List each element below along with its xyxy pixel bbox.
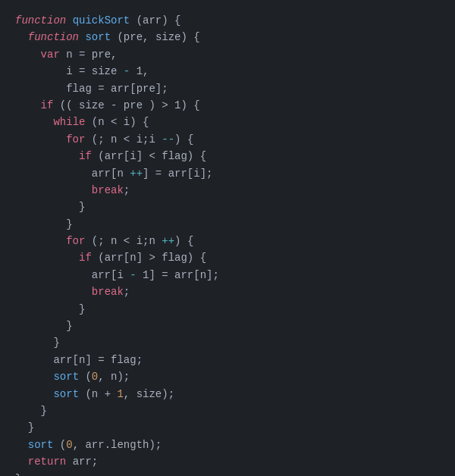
code-token — [15, 235, 66, 247]
code-line: } — [15, 216, 440, 233]
code-line: for (; n < i;i --) { — [15, 131, 440, 148]
code-token: ] = arr[i]; — [143, 168, 212, 180]
code-token: (n < i) { — [85, 116, 149, 128]
code-line: if (arr[i] < flag) { — [15, 148, 440, 164]
code-token: } — [15, 201, 85, 213]
code-line: var n = pre, — [15, 46, 440, 63]
code-token — [15, 184, 92, 196]
code-token: , n); — [98, 371, 130, 383]
code-token: ; — [124, 286, 130, 298]
code-token: sort — [53, 371, 79, 383]
code-line: arr[n] = flag; — [15, 352, 440, 368]
code-token: ) { — [162, 14, 180, 27]
code-token: (arr[i] < flag) { — [92, 150, 206, 162]
code-token: function — [15, 14, 66, 27]
code-token — [15, 371, 53, 383]
code-token: , size); — [124, 388, 174, 400]
code-token: flag = arr[pre]; — [15, 83, 168, 95]
code-line: break; — [15, 283, 440, 300]
code-token: } — [15, 320, 73, 332]
code-token: break — [92, 184, 124, 196]
code-token: 0 — [66, 439, 72, 451]
code-line: sort (0, arr.length); — [15, 437, 440, 453]
code-line: function quickSort (arr) { — [15, 12, 440, 29]
code-line: break; — [15, 182, 440, 199]
code-token — [15, 388, 53, 400]
code-token: sort — [28, 439, 54, 451]
code-line: while (n < i) { — [15, 114, 440, 130]
code-token: quickSort — [73, 14, 130, 27]
code-token: arr — [143, 14, 162, 27]
code-token: arr[i — [15, 269, 130, 281]
code-line: } — [15, 471, 440, 476]
code-token: } — [15, 405, 47, 417]
code-token: (; n < i;n — [85, 235, 162, 247]
code-token: var — [41, 49, 60, 61]
code-token: - — [130, 269, 136, 281]
code-token: if — [41, 99, 54, 111]
code-line: sort (n + 1, size); — [15, 386, 440, 402]
code-token: 0 — [92, 371, 98, 383]
code-token: (; n < i;i — [85, 133, 162, 146]
code-token: ; — [124, 184, 130, 196]
code-token: (arr[n] > flag) { — [92, 252, 206, 264]
code-token: arr[n — [15, 168, 130, 180]
code-token: arr; — [66, 456, 98, 468]
code-token: (( size - pre ) > 1) { — [53, 99, 199, 111]
code-line: for (; n < i;n ++) { — [15, 233, 440, 249]
code-token: } — [15, 303, 85, 315]
code-token: , arr.length); — [73, 439, 162, 451]
code-token: - — [124, 65, 130, 77]
code-token — [15, 49, 41, 61]
code-token: ) { — [174, 235, 193, 247]
code-line: return arr; — [15, 453, 440, 470]
code-token: function — [28, 31, 79, 43]
code-token: break — [92, 286, 124, 298]
code-line: arr[i - 1] = arr[n]; — [15, 267, 440, 283]
code-token: 1 — [117, 388, 123, 400]
code-token — [15, 116, 53, 128]
code-line: if (arr[n] > flag) { — [15, 249, 440, 266]
code-token: 1] = arr[n]; — [136, 269, 219, 281]
code-token: if — [79, 150, 92, 162]
code-line: i = size - 1, — [15, 63, 440, 80]
code-line: if (( size - pre ) > 1) { — [15, 97, 440, 114]
code-token: -- — [162, 133, 174, 146]
code-token: size — [155, 31, 181, 43]
code-line: } — [15, 199, 440, 215]
code-token: if — [79, 252, 92, 264]
code-token — [15, 456, 28, 468]
code-editor: function quickSort (arr) { function sort… — [15, 12, 440, 476]
code-token: } — [15, 218, 73, 230]
code-line: sort (0, n); — [15, 368, 440, 385]
code-token: while — [53, 116, 85, 128]
code-token: , — [143, 31, 155, 43]
code-line: flag = arr[pre]; — [15, 80, 440, 97]
code-line: } — [15, 301, 440, 318]
code-token: ) { — [181, 31, 200, 43]
code-token — [15, 99, 41, 111]
code-line: } — [15, 402, 440, 419]
code-token: ( — [130, 14, 143, 27]
code-token: } — [15, 473, 21, 476]
code-token: n = pre, — [60, 49, 118, 61]
code-token — [66, 14, 72, 27]
code-line: } — [15, 318, 440, 334]
code-token: sort — [85, 31, 111, 43]
code-token: for — [66, 133, 85, 146]
code-token: arr[n] = flag; — [15, 354, 143, 366]
code-token: for — [66, 235, 85, 247]
code-token: (n + — [79, 388, 117, 400]
code-token: pre — [124, 31, 143, 43]
code-token — [15, 439, 28, 451]
code-token — [15, 150, 79, 162]
code-token: return — [28, 456, 66, 468]
code-token — [15, 133, 66, 146]
code-token: ( — [111, 31, 124, 43]
code-token: sort — [53, 388, 79, 400]
code-token — [15, 31, 28, 43]
code-token: ++ — [162, 235, 174, 247]
code-line: } — [15, 419, 440, 436]
code-token: ) { — [174, 133, 193, 146]
code-token: ( — [53, 439, 66, 451]
